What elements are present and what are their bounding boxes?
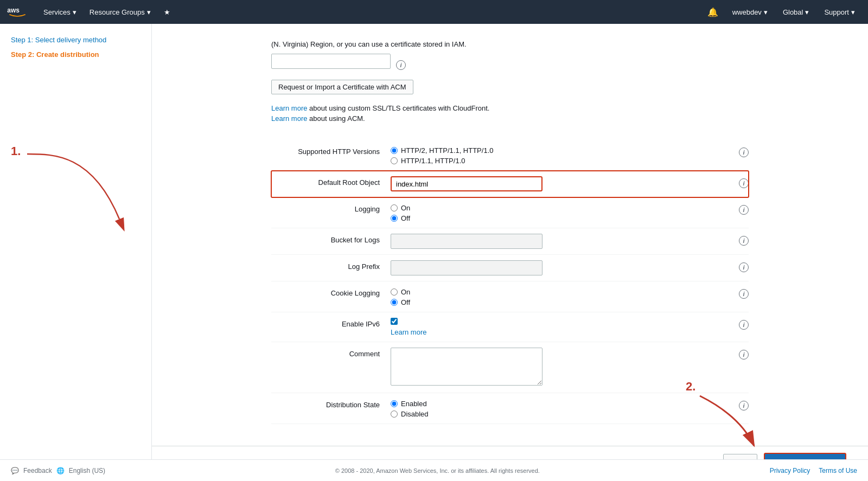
back-button[interactable]: Back	[723, 454, 757, 459]
logging-radio-group: On Off	[391, 203, 733, 222]
logging-off-label[interactable]: Off	[391, 214, 733, 222]
sidebar: Step 1: Select delivery method Step 2: C…	[0, 24, 152, 459]
comment-textarea[interactable]	[391, 348, 542, 386]
comment-info-icon[interactable]: i	[739, 350, 749, 360]
disabled-label[interactable]: Disabled	[391, 410, 733, 418]
enable-ipv6-checkbox-label[interactable]	[391, 318, 733, 325]
learn-more-ssl-link[interactable]: Learn more	[271, 104, 307, 112]
resource-groups-menu[interactable]: Resource Groups ▾	[83, 0, 157, 24]
logging-label: Logging	[271, 203, 391, 213]
http-versions-radio-group: HTTP/2, HTTP/1.1, HTTP/1.0 HTTP/1.1, HTT…	[391, 145, 733, 165]
chevron-down-icon: ▾	[147, 8, 151, 16]
default-root-info-icon[interactable]: i	[739, 178, 749, 188]
feedback-icon: 💬	[11, 467, 19, 474]
user-menu[interactable]: wwebdev ▾	[726, 0, 774, 24]
cancel-button[interactable]: Cancel	[682, 454, 717, 459]
bookmarks-icon[interactable]: ★	[157, 0, 177, 24]
aws-logo[interactable]: aws	[7, 5, 28, 19]
chevron-down-icon: ▾	[73, 8, 76, 16]
action-bar: Cancel Back Create Distribution	[152, 446, 868, 459]
enable-ipv6-label: Enable IPv6	[271, 318, 391, 328]
distribution-state-label: Distribution State	[271, 399, 391, 409]
http-versions-row: Supported HTTP Versions HTTP/2, HTTP/1.1…	[271, 140, 749, 171]
default-root-object-row: Default Root Object i	[271, 171, 749, 197]
logging-info-icon[interactable]: i	[739, 205, 749, 215]
ipv6-info-icon[interactable]: i	[739, 320, 749, 330]
ssl-intro-text: (N. Virginia) Region, or you can use a c…	[271, 40, 749, 48]
bucket-logs-info-icon[interactable]: i	[739, 236, 749, 246]
enable-ipv6-checkbox[interactable]	[391, 318, 398, 325]
ssl-cert-input[interactable]	[271, 54, 391, 69]
annotation-num-1: 1.	[11, 144, 21, 158]
svg-text:aws: aws	[7, 7, 20, 14]
terms-of-use-link[interactable]: Terms of Use	[819, 467, 857, 474]
top-navigation: aws Services ▾ Resource Groups ▾ ★ 🔔 wwe…	[0, 0, 868, 24]
notifications-bell[interactable]: 🔔	[702, 7, 724, 17]
cookie-logging-radio-group: On Off	[391, 287, 733, 306]
ssl-cert-info-icon[interactable]: i	[396, 60, 406, 70]
distribution-state-row: Distribution State Enabled Disabled	[271, 393, 749, 424]
enabled-radio[interactable]	[391, 400, 398, 407]
page-layout: Step 1: Select delivery method Step 2: C…	[0, 24, 868, 459]
support-menu[interactable]: Support ▾	[818, 0, 861, 24]
dist-state-info-icon[interactable]: i	[739, 401, 749, 411]
distribution-state-radio-group: Enabled Disabled	[391, 399, 733, 418]
enabled-label[interactable]: Enabled	[391, 400, 733, 408]
sidebar-step1[interactable]: Step 1: Select delivery method	[0, 33, 151, 47]
copyright-text: © 2008 - 2020, Amazon Web Services, Inc.…	[335, 467, 540, 474]
bucket-logs-input[interactable]	[391, 234, 542, 249]
services-menu[interactable]: Services ▾	[37, 0, 83, 24]
http-option1-radio[interactable]	[391, 147, 398, 154]
bucket-logs-label: Bucket for Logs	[271, 234, 391, 244]
http-versions-info-icon[interactable]: i	[739, 147, 749, 157]
logging-row: Logging On Off	[271, 197, 749, 228]
disabled-radio[interactable]	[391, 411, 398, 418]
cookie-on-radio[interactable]	[391, 288, 398, 296]
chevron-down-icon: ▾	[764, 8, 768, 16]
log-prefix-row: Log Prefix i	[271, 255, 749, 281]
log-prefix-label: Log Prefix	[271, 260, 391, 271]
comment-label: Comment	[271, 348, 391, 358]
http-option1-label[interactable]: HTTP/2, HTTP/1.1, HTTP/1.0	[391, 146, 733, 155]
log-prefix-info-icon[interactable]: i	[739, 262, 749, 272]
cookie-logging-row: Cookie Logging On Off	[271, 281, 749, 312]
learn-more-acm-line: Learn more about using ACM.	[271, 114, 749, 123]
main-content: (N. Virginia) Region, or you can use a c…	[152, 24, 868, 459]
learn-more-ssl-line: Learn more about using custom SSL/TLS ce…	[271, 104, 749, 112]
globe-icon: 🌐	[56, 467, 65, 474]
language-label[interactable]: English (US)	[69, 467, 105, 474]
cookie-logging-label: Cookie Logging	[271, 287, 391, 297]
bottom-bar: 💬 Feedback 🌐 English (US) © 2008 - 2020,…	[0, 459, 868, 481]
request-cert-button[interactable]: Request or Import a Certificate with ACM	[271, 80, 413, 94]
privacy-policy-link[interactable]: Privacy Policy	[770, 467, 810, 474]
http-option2-radio[interactable]	[391, 157, 398, 164]
cookie-logging-info-icon[interactable]: i	[739, 289, 749, 299]
region-menu[interactable]: Global ▾	[776, 0, 816, 24]
logging-off-radio[interactable]	[391, 215, 398, 222]
log-prefix-input[interactable]	[391, 260, 542, 275]
create-distribution-button[interactable]: Create Distribution	[764, 453, 846, 459]
enable-ipv6-row: Enable IPv6 Learn more i	[271, 312, 749, 342]
chevron-down-icon: ▾	[851, 8, 855, 16]
cookie-off-label[interactable]: Off	[391, 298, 733, 306]
ssl-cert-area: (N. Virginia) Region, or you can use a c…	[271, 35, 749, 131]
cookie-off-radio[interactable]	[391, 299, 398, 306]
http-option2-label[interactable]: HTTP/1.1, HTTP/1.0	[391, 157, 733, 165]
feedback-label[interactable]: Feedback	[23, 467, 52, 474]
learn-more-ipv6-link[interactable]: Learn more	[391, 328, 426, 336]
arrow-annotation-1: 1.	[11, 149, 151, 215]
cookie-on-label[interactable]: On	[391, 288, 733, 296]
comment-row: Comment i	[271, 342, 749, 393]
logging-on-radio[interactable]	[391, 204, 398, 211]
default-root-object-input[interactable]	[391, 176, 542, 191]
learn-more-acm-link[interactable]: Learn more	[271, 114, 307, 123]
bucket-logs-row: Bucket for Logs i	[271, 228, 749, 255]
default-root-object-label: Default Root Object	[271, 176, 391, 187]
logging-on-label[interactable]: On	[391, 204, 733, 212]
sidebar-step2[interactable]: Step 2: Create distribution	[0, 47, 151, 62]
chevron-down-icon: ▾	[805, 8, 809, 16]
http-versions-label: Supported HTTP Versions	[271, 145, 391, 156]
